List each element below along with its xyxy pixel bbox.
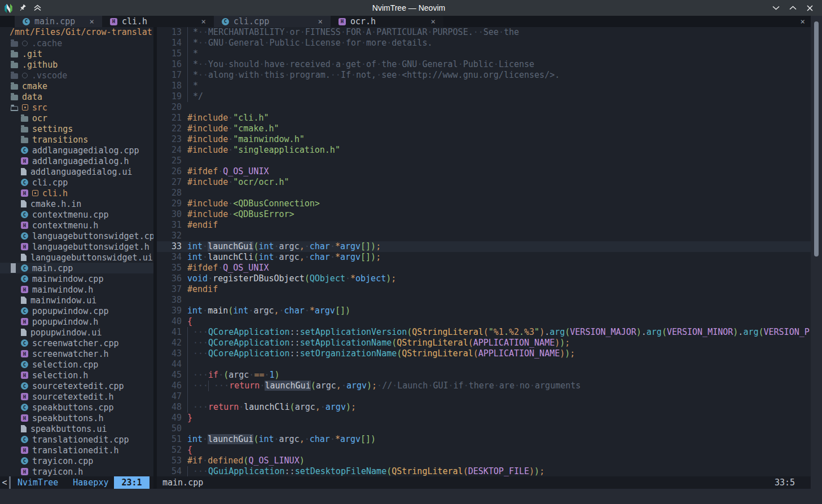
code-line-16[interactable]: 16*··You·should·have·received·a·get·of·t… [157, 59, 811, 70]
code-line-41[interactable]: 41···QCoreApplication::setApplicationVer… [157, 327, 811, 338]
tree-item-languagebuttonswidget.ui[interactable]: languagebuttonswidget.ui [0, 252, 153, 263]
tree-item-sourcetextedit.h[interactable]: Hsourcetextedit.h [0, 391, 153, 402]
nvimtree-panel[interactable]: /mnt/Files/Git/crow-translat .cache.git.… [0, 27, 153, 476]
code-line-39[interactable]: 39int·main(int·argc,·char·*argv[]) [157, 306, 811, 316]
tree-item-popupwindow.h[interactable]: Hpopupwindow.h [0, 316, 153, 327]
tree-item-data[interactable]: data [0, 91, 153, 102]
buffer-tab-main.cpp[interactable]: Cmain.cpp× [15, 16, 102, 27]
pin-icon[interactable] [18, 3, 27, 12]
code-line-36[interactable]: 36void·registerDBusObject(QObject·*objec… [157, 273, 811, 284]
tree-item-addlanguagedialog.h[interactable]: Haddlanguagedialog.h [0, 156, 153, 166]
tree-item-translationedit.cpp[interactable]: Ctranslationedit.cpp [0, 434, 153, 445]
tree-item-addlanguagedialog.cpp[interactable]: Caddlanguagedialog.cpp [0, 145, 153, 156]
maximize-button[interactable] [788, 3, 797, 12]
tree-item-cmake[interactable]: cmake [0, 81, 153, 91]
tree-item-speakbuttons.cpp[interactable]: Cspeakbuttons.cpp [0, 402, 153, 413]
code-line-27[interactable]: 27#include·"ocr/ocr.h" [157, 177, 811, 188]
tree-item-trayicon.h[interactable]: Htrayicon.h [0, 466, 153, 476]
code-line-42[interactable]: 42···QCoreApplication::setApplicationNam… [157, 338, 811, 348]
tree-item-mainwindow.cpp[interactable]: Cmainwindow.cpp [0, 273, 153, 284]
code-line-22[interactable]: 22#include·"cmake.h" [157, 123, 811, 134]
tree-item-main.cpp[interactable]: Cmain.cpp [0, 263, 153, 273]
close-button[interactable] [805, 3, 814, 12]
code-line-25[interactable]: 25 [157, 156, 811, 166]
tree-item-mainwindow.ui[interactable]: mainwindow.ui [0, 295, 153, 306]
buffer-tab-ocr.h[interactable]: Hocr.h× [331, 16, 443, 27]
tree-item-screenwatcher.h[interactable]: Hscreenwatcher.h [0, 348, 153, 359]
tree-item-cli.cpp[interactable]: Ccli.cpp [0, 177, 153, 188]
code-line-46[interactable]: 46······return·launchGui(argc,·argv);·//… [157, 381, 811, 391]
minimize-button[interactable] [771, 3, 780, 12]
code-line-52[interactable]: 52{ [157, 445, 811, 456]
code-line-30[interactable]: 30#include·<QDBusError> [157, 209, 811, 220]
code-line-37[interactable]: 37#endif [157, 284, 811, 295]
code-line-44[interactable]: 44 [157, 359, 811, 370]
tree-item-popupwindow.cpp[interactable]: Cpopupwindow.cpp [0, 306, 153, 316]
code-line-14[interactable]: 14*··GNU·General·Public·License·for·more… [157, 38, 811, 48]
code-line-53[interactable]: 53#if·defined(Q_OS_LINUX) [157, 456, 811, 466]
code-line-50[interactable]: 50 [157, 423, 811, 434]
tree-item-speakbuttons.ui[interactable]: speakbuttons.ui [0, 423, 153, 434]
code-line-17[interactable]: 17*··along·with·this·program.··If·not,·s… [157, 70, 811, 81]
code-line-51[interactable]: 51int·launchGui(int·argc,·char·*argv[]) [157, 434, 811, 445]
keep-above-icon[interactable] [33, 3, 42, 12]
code-editor[interactable]: 13*··MERCHANTABILITY·or·FITNESS·FOR·A·PA… [157, 27, 811, 476]
tree-item-.github[interactable]: .github [0, 59, 153, 70]
command-line-area[interactable] [0, 489, 811, 504]
code-line-35[interactable]: 35#ifdef·Q_OS_UNIX [157, 263, 811, 273]
buffer-tab-close-icon[interactable]: × [190, 17, 206, 26]
tree-item-speakbuttons.h[interactable]: Hspeakbuttons.h [0, 413, 153, 423]
code-line-20[interactable]: 20 [157, 102, 811, 113]
tree-item-languagebuttonswidget.h[interactable]: Hlanguagebuttonswidget.h [0, 241, 153, 252]
tree-item-contextmenu.cpp[interactable]: Ccontextmenu.cpp [0, 209, 153, 220]
code-line-19[interactable]: 19*/ [157, 91, 811, 102]
tree-item-mainwindow.h[interactable]: Hmainwindow.h [0, 284, 153, 295]
tree-item-ocr[interactable]: ocr [0, 113, 153, 123]
tree-item-.cache[interactable]: .cache [0, 38, 153, 48]
tree-item-selection.cpp[interactable]: Cselection.cpp [0, 359, 153, 370]
code-line-28[interactable]: 28 [157, 188, 811, 198]
tree-item-cli.h[interactable]: Hcli.h [0, 188, 153, 198]
code-line-43[interactable]: 43···QCoreApplication::setOrganizationNa… [157, 348, 811, 359]
tree-item-translationedit.h[interactable]: Htranslationedit.h [0, 445, 153, 456]
tree-item-.vscode[interactable]: .vscode [0, 70, 153, 81]
buffer-tab-cli.cpp[interactable]: Ccli.cpp× [214, 16, 331, 27]
tree-item-screenwatcher.cpp[interactable]: Cscreenwatcher.cpp [0, 338, 153, 348]
code-line-26[interactable]: 26#ifdef·Q_OS_UNIX [157, 166, 811, 177]
tree-item-contextmenu.h[interactable]: Hcontextmenu.h [0, 220, 153, 231]
code-line-54[interactable]: 54···QGuiApplication::setDesktopFileName… [157, 466, 811, 476]
tree-item-settings[interactable]: settings [0, 123, 153, 134]
scrollbar-thumb[interactable] [814, 21, 819, 257]
tree-item-cmake.h.in[interactable]: cmake.h.in [0, 198, 153, 209]
code-line-15[interactable]: 15* [157, 48, 811, 59]
code-line-21[interactable]: 21#include·"cli.h" [157, 113, 811, 123]
close-all-buffers-button[interactable]: × [801, 17, 811, 26]
code-line-31[interactable]: 31#endif [157, 220, 811, 231]
code-line-45[interactable]: 45···if·(argc·==·1) [157, 370, 811, 381]
code-line-40[interactable]: 40{ [157, 316, 811, 327]
buffer-tab-close-icon[interactable]: × [78, 17, 94, 26]
buffer-tab-close-icon[interactable]: × [420, 17, 436, 26]
code-line-38[interactable]: 38 [157, 295, 811, 306]
code-line-47[interactable]: 47 [157, 391, 811, 402]
tree-item-sourcetextedit.cpp[interactable]: Csourcetextedit.cpp [0, 381, 153, 391]
code-line-48[interactable]: 48···return·launchCli(argc,·argv); [157, 402, 811, 413]
tree-item-src[interactable]: src [0, 102, 153, 113]
code-line-23[interactable]: 23#include·"mainwindow.h" [157, 134, 811, 145]
code-line-24[interactable]: 24#include·"singleapplication.h" [157, 145, 811, 156]
tree-item-selection.h[interactable]: Hselection.h [0, 370, 153, 381]
code-line-33[interactable]: 33int·launchGui(int·argc,·char·*argv[]); [157, 241, 811, 252]
tree-item-transitions[interactable]: transitions [0, 134, 153, 145]
buffer-tab-close-icon[interactable]: × [307, 17, 323, 26]
tree-item-languagebuttonswidget.cp[interactable]: Clanguagebuttonswidget.cp [0, 231, 153, 241]
tree-item-.git[interactable]: .git [0, 48, 153, 59]
buffer-tab-cli.h[interactable]: Hcli.h× [102, 16, 214, 27]
tree-item-addlanguagedialog.ui[interactable]: addlanguagedialog.ui [0, 166, 153, 177]
code-line-49[interactable]: 49} [157, 413, 811, 423]
code-line-32[interactable]: 32 [157, 231, 811, 241]
scrollbar-track[interactable] [811, 16, 822, 504]
tree-item-popupwindow.ui[interactable]: popupwindow.ui [0, 327, 153, 338]
code-line-18[interactable]: 18* [157, 81, 811, 91]
code-line-34[interactable]: 34int·launchCli(int·argc,·char·*argv[]); [157, 252, 811, 263]
tree-item-trayicon.cpp[interactable]: Ctrayicon.cpp [0, 456, 153, 466]
